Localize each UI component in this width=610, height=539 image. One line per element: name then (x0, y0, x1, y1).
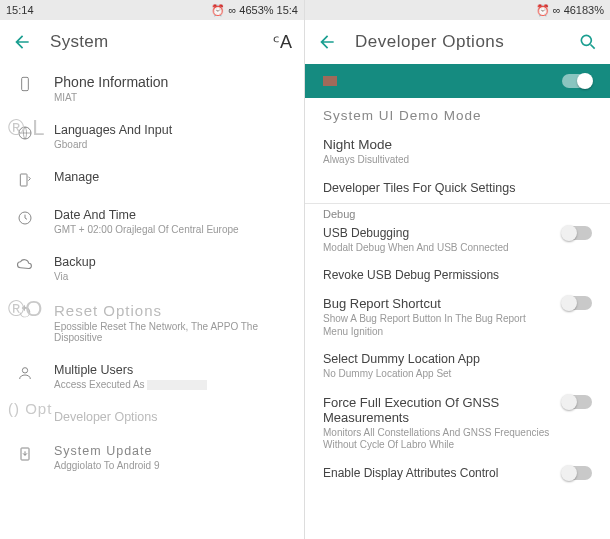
page-title: System (50, 32, 108, 52)
update-icon (14, 444, 36, 462)
link-icon: ∞ (553, 4, 561, 16)
master-toggle[interactable] (562, 74, 592, 88)
row-title: Phone Information (54, 74, 292, 90)
system-update-row[interactable]: System Update Adggiolato To Android 9 (0, 434, 304, 481)
status-bar: 15:14 ⏰ ∞ 4653% 15:4 (0, 0, 304, 20)
settings-list: Phone Information MIAT ® L Languages And… (0, 64, 304, 539)
gnss-row[interactable]: Force Full Execution Of GNSS Measurement… (305, 389, 610, 460)
row-title: Enable Display Attributes Control (323, 466, 550, 480)
languages-input-row[interactable]: Languages And Input Gboard (0, 113, 304, 160)
cloud-icon (14, 255, 36, 271)
row-subtitle: Gboard (54, 139, 292, 150)
dummy-location-row[interactable]: Select Dummy Location App No Dummy Locat… (305, 346, 610, 389)
night-mode-row[interactable]: Night Mode Always Disultivated (305, 131, 610, 175)
alarm-icon: ⏰ (536, 4, 550, 17)
back-icon[interactable] (12, 32, 32, 52)
status-time: 15:14 (6, 4, 34, 16)
row-title: System UI Demo Mode (323, 108, 592, 123)
master-toggle-banner[interactable] (305, 64, 610, 98)
row-subtitle: Via (54, 271, 292, 282)
display-attrs-toggle[interactable] (562, 466, 592, 480)
backup-row[interactable]: Backup Via (0, 245, 304, 292)
row-subtitle: No Dummy Location App Set (323, 368, 592, 381)
row-subtitle: GMT + 02:00 Orajlegal Of Central Europe (54, 224, 292, 235)
phone-info-icon (14, 74, 36, 92)
row-title: Developer Tiles For Quick Settings (323, 181, 592, 195)
row-title: Backup (54, 255, 292, 269)
battery-pct: 46183% (564, 4, 604, 16)
row-title: USB Debugging (323, 226, 550, 240)
usb-debugging-toggle[interactable] (562, 226, 592, 240)
row-subtitle: Modalt Debug When And USB Connected (323, 242, 550, 255)
row-subtitle: Monitors All Constellations And GNSS Fre… (323, 427, 550, 452)
row-title: Languages And Input (54, 123, 292, 137)
search-icon[interactable] (578, 32, 598, 52)
status-bar: ⏰ ∞ 46183% (305, 0, 610, 20)
system-settings-screen: 15:14 ⏰ ∞ 4653% 15:4 System ᶜA Phone Inf… (0, 0, 305, 539)
row-title: Revoke USB Debug Permissions (323, 268, 592, 282)
clock-icon (14, 208, 36, 226)
row-title: Manage (54, 170, 292, 184)
bug-report-toggle[interactable] (562, 296, 592, 310)
developer-options-row[interactable]: Developer Options (0, 400, 304, 434)
row-title: Developer Options (54, 410, 292, 424)
svg-point-6 (581, 35, 591, 45)
row-subtitle: Show A Bug Report Button In The Bug Repo… (323, 313, 550, 338)
row-title: Multiple Users (54, 363, 292, 377)
link-icon: ∞ (228, 4, 236, 16)
svg-rect-2 (20, 174, 27, 186)
globe-icon (14, 123, 36, 141)
display-attributes-row[interactable]: Enable Display Attributes Control (305, 460, 610, 488)
row-subtitle: Epossible Reset The Network, The APPO Th… (54, 321, 292, 343)
row-subtitle: Adggiolato To Android 9 (54, 460, 292, 471)
row-title: System Update (54, 444, 292, 458)
bug-report-shortcut-row[interactable]: Bug Report Shortcut Show A Bug Report Bu… (305, 290, 610, 346)
svg-point-4 (22, 368, 27, 373)
revoke-usb-row[interactable]: Revoke USB Debug Permissions (305, 262, 610, 290)
app-bar: Developer Options (305, 20, 610, 64)
row-title: Reset Options (54, 302, 292, 319)
developer-options-screen: ⏰ ∞ 46183% Developer Options System UI D… (305, 0, 610, 539)
reset-options-row[interactable]: Reset Options Epossible Reset The Networ… (0, 292, 304, 353)
section-debug: Debug (305, 204, 610, 220)
banner-badge (323, 76, 337, 86)
gnss-toggle[interactable] (562, 395, 592, 409)
reset-icon (14, 302, 36, 320)
battery-pct: 4653% (239, 4, 273, 16)
alarm-icon: ⏰ (211, 4, 225, 17)
user-icon (14, 363, 36, 381)
row-title: Bug Report Shortcut (323, 296, 550, 311)
manage-icon (14, 170, 36, 188)
manage-row[interactable]: Manage (0, 160, 304, 198)
font-size-icon[interactable]: ᶜA (273, 31, 292, 53)
date-time-row[interactable]: Date And Time GMT + 02:00 Orajlegal Of C… (0, 198, 304, 245)
row-title: Select Dummy Location App (323, 352, 592, 366)
page-title: Developer Options (355, 32, 504, 52)
developer-tiles-row[interactable]: Developer Tiles For Quick Settings (305, 175, 610, 203)
row-title: Date And Time (54, 208, 292, 222)
dev-options-list: System UI Demo Mode Night Mode Always Di… (305, 98, 610, 539)
multiple-users-row[interactable]: Multiple Users Access Executed As (0, 353, 304, 400)
usb-debugging-row[interactable]: USB Debugging Modalt Debug When And USB … (305, 220, 610, 263)
row-title: Force Full Execution Of GNSS Measurement… (323, 395, 550, 425)
row-subtitle: MIAT (54, 92, 292, 103)
app-bar: System ᶜA (0, 20, 304, 64)
system-ui-demo-row[interactable]: System UI Demo Mode (305, 102, 610, 131)
row-title: Night Mode (323, 137, 592, 152)
row-subtitle: Access Executed As (54, 379, 292, 390)
svg-rect-0 (22, 77, 29, 90)
row-subtitle: Always Disultivated (323, 154, 592, 167)
back-icon[interactable] (317, 32, 337, 52)
status-time-right: 15:4 (277, 4, 298, 16)
phone-information-row[interactable]: Phone Information MIAT (0, 64, 304, 113)
